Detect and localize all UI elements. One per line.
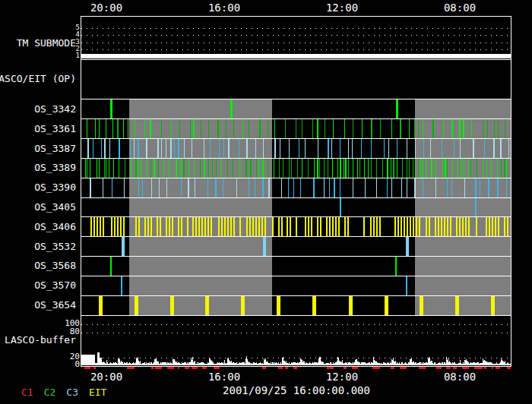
event-tick — [302, 159, 302, 178]
event-tick — [201, 119, 201, 138]
event-tick — [468, 159, 469, 178]
event-tick — [492, 217, 493, 236]
event-tick — [99, 159, 100, 178]
event-tick — [435, 217, 436, 236]
red-event-dash — [492, 367, 493, 369]
red-event-dash — [391, 367, 394, 369]
event-tick — [194, 159, 195, 178]
event-tick — [431, 159, 432, 178]
red-event-dash — [185, 367, 189, 369]
event-tick — [278, 217, 280, 236]
axis-tick — [401, 362, 402, 365]
event-tick — [268, 119, 268, 138]
event-tick — [394, 217, 396, 236]
op-gray-block — [415, 276, 511, 295]
red-event-dash — [400, 367, 407, 369]
event-tick — [296, 119, 296, 138]
event-tick — [239, 217, 241, 236]
event-tick — [340, 198, 341, 217]
event-tick — [223, 178, 223, 197]
event-tick — [504, 159, 505, 178]
event-tick — [361, 139, 362, 158]
event-tick — [442, 159, 443, 178]
event-tick — [170, 139, 172, 158]
red-event-dash — [214, 367, 220, 369]
event-tick — [169, 159, 169, 178]
event-tick — [305, 217, 306, 236]
red-event-dash — [127, 367, 135, 369]
event-tick — [239, 159, 240, 178]
event-tick — [99, 119, 100, 138]
event-tick — [110, 99, 112, 118]
buffer-sample — [510, 364, 511, 365]
op-gray-block — [415, 198, 511, 217]
event-tick — [455, 296, 459, 315]
os-row-OS_3361 — [81, 119, 511, 139]
event-tick — [451, 119, 453, 138]
event-tick — [138, 159, 138, 178]
event-tick — [104, 159, 105, 178]
op-gray-block — [415, 237, 511, 256]
event-tick — [348, 139, 349, 158]
red-event-dash — [446, 367, 451, 369]
event-tick — [100, 217, 101, 236]
op-gray-block — [129, 296, 272, 315]
event-tick — [95, 119, 96, 138]
event-tick — [423, 178, 423, 197]
event-tick — [410, 217, 411, 236]
event-tick — [397, 217, 399, 236]
row-label-OS_3390: OS_3390 — [0, 182, 76, 193]
event-tick — [371, 159, 372, 178]
event-tick — [447, 217, 448, 236]
event-tick — [160, 217, 161, 236]
red-event-dash — [474, 367, 483, 369]
legend-item-eit: EIT — [89, 387, 106, 398]
event-tick — [215, 178, 217, 197]
event-tick — [359, 159, 360, 178]
red-event-dash — [178, 367, 179, 369]
event-tick — [208, 159, 209, 178]
op-gray-block — [129, 139, 272, 158]
event-tick — [340, 139, 340, 158]
event-tick — [193, 119, 195, 138]
event-tick — [401, 178, 402, 197]
event-tick — [370, 217, 372, 236]
event-tick — [135, 217, 137, 236]
event-tick — [483, 159, 483, 178]
red-event-dash — [278, 367, 283, 369]
event-tick — [204, 217, 206, 236]
event-tick — [430, 139, 431, 158]
event-tick — [289, 139, 290, 158]
event-tick — [313, 178, 315, 197]
event-tick — [192, 217, 194, 236]
event-tick — [104, 139, 106, 158]
event-tick — [211, 217, 212, 236]
event-tick — [272, 217, 274, 236]
event-tick — [450, 217, 451, 236]
event-tick — [228, 139, 230, 158]
event-tick — [242, 119, 243, 138]
event-tick — [114, 217, 116, 236]
event-tick — [262, 159, 264, 178]
op-gray-block — [415, 99, 511, 118]
event-tick — [407, 159, 407, 178]
red-event-dash — [352, 367, 358, 369]
bottom-time-label: 20:00 — [90, 371, 122, 383]
event-tick — [106, 159, 106, 178]
event-tick — [130, 139, 131, 158]
event-tick — [258, 159, 259, 178]
bottom-time-label: 12:00 — [326, 371, 358, 383]
event-tick — [217, 119, 219, 138]
bottom-time-label: 16:00 — [208, 371, 240, 383]
top-time-label: 12:00 — [326, 2, 358, 14]
event-tick — [181, 217, 182, 236]
event-tick — [117, 217, 119, 236]
event-tick — [262, 178, 264, 197]
lasco-buffer-panel — [81, 315, 511, 367]
event-tick — [106, 119, 106, 138]
event-tick — [308, 217, 309, 236]
event-tick — [413, 217, 414, 236]
event-tick — [184, 139, 185, 158]
event-tick — [391, 119, 392, 138]
event-tick — [464, 178, 465, 197]
